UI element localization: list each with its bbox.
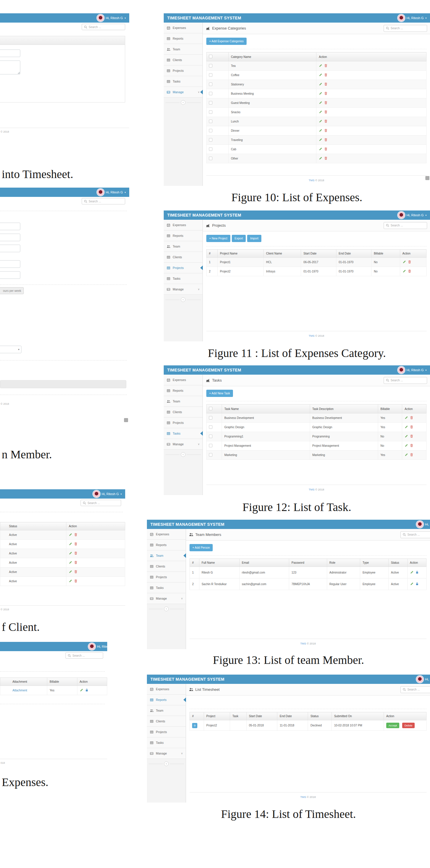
edit-icon[interactable]: [319, 82, 322, 86]
search-box[interactable]: [384, 25, 427, 32]
sidebar-item-reports[interactable]: Reports: [164, 33, 203, 44]
sidebar-item-team[interactable]: Team: [147, 705, 186, 716]
user-menu[interactable]: Hi, Ritesh G▾: [417, 521, 430, 528]
edit-icon[interactable]: [69, 560, 73, 564]
edit-icon[interactable]: [69, 579, 73, 583]
sidebar-item-tasks[interactable]: Tasks: [147, 583, 186, 593]
form-field[interactable]: [0, 260, 20, 268]
search-input[interactable]: [73, 654, 101, 657]
delete-icon[interactable]: [324, 101, 328, 104]
form-select[interactable]: ▾: [0, 346, 22, 353]
toolbar-button[interactable]: + Add New Task: [206, 390, 233, 397]
lock-icon[interactable]: [415, 570, 419, 574]
edit-icon[interactable]: [319, 73, 322, 77]
edit-icon[interactable]: [319, 101, 322, 104]
search-input[interactable]: [391, 379, 425, 382]
delete-icon[interactable]: [410, 443, 413, 447]
search-input[interactable]: [391, 224, 425, 227]
sidebar-item-clients[interactable]: Clients: [164, 252, 203, 262]
sidebar-item-clients[interactable]: Clients: [164, 407, 203, 417]
search-input[interactable]: [89, 200, 123, 203]
accept-button[interactable]: Accept: [386, 723, 399, 728]
search-box[interactable]: [82, 198, 125, 205]
sidebar-collapse-button[interactable]: ‹: [181, 452, 185, 457]
edit-icon[interactable]: [80, 688, 83, 692]
toolbar-button[interactable]: + New Project: [206, 235, 230, 242]
form-textarea[interactable]: [0, 61, 20, 74]
search-box[interactable]: [65, 652, 103, 659]
row-checkbox[interactable]: [209, 73, 212, 77]
select-all-checkbox[interactable]: [209, 55, 212, 58]
search-box[interactable]: [82, 24, 125, 30]
sidebar-item-projects[interactable]: Projects: [147, 727, 186, 737]
delete-icon[interactable]: [324, 119, 328, 123]
sidebar-item-expenses[interactable]: Expenses: [164, 220, 203, 230]
user-menu[interactable]: Hi, Ritesh G▾: [398, 14, 427, 22]
delete-icon[interactable]: [324, 147, 328, 151]
delete-icon[interactable]: [74, 551, 78, 555]
delete-icon[interactable]: [410, 425, 413, 429]
delete-icon[interactable]: [324, 92, 328, 95]
sidebar-item-manage[interactable]: Manage∨: [164, 284, 203, 295]
delete-icon[interactable]: [324, 73, 328, 77]
row-checkbox[interactable]: [209, 157, 212, 160]
form-field[interactable]: [0, 223, 20, 230]
row-checkbox[interactable]: [209, 425, 212, 429]
row-checkbox[interactable]: [209, 120, 212, 123]
edit-icon[interactable]: [319, 110, 322, 114]
search-input[interactable]: [407, 533, 430, 536]
row-checkbox[interactable]: [209, 83, 212, 86]
toolbar-button[interactable]: + Add Expense Categories: [206, 38, 247, 45]
sidebar-item-expenses[interactable]: Expenses: [164, 375, 203, 385]
expand-row-button[interactable]: o: [192, 723, 197, 728]
attachment-link[interactable]: Attachment: [12, 689, 27, 692]
delete-icon[interactable]: [74, 570, 78, 574]
edit-icon[interactable]: [69, 570, 73, 574]
edit-icon[interactable]: [404, 453, 408, 457]
delete-icon[interactable]: [324, 82, 328, 86]
sidebar-item-team[interactable]: Team: [164, 396, 203, 407]
sidebar-item-expenses[interactable]: Expenses: [164, 23, 203, 33]
edit-icon[interactable]: [404, 434, 408, 438]
toolbar-button[interactable]: + Add Person: [190, 544, 213, 551]
sidebar-item-expenses[interactable]: Expenses: [147, 684, 186, 694]
user-menu[interactable]: Hi, Ritesh G ▾: [97, 189, 126, 196]
user-menu[interactable]: Hi, Ritesh G▾: [417, 676, 430, 683]
user-menu[interactable]: Hi, Ritesh G ▾: [93, 491, 122, 497]
delete-icon[interactable]: [74, 533, 78, 536]
delete-icon[interactable]: [410, 434, 413, 438]
form-field[interactable]: [0, 245, 20, 252]
sidebar-item-clients[interactable]: Clients: [147, 561, 186, 572]
sidebar-item-tasks[interactable]: Tasks: [164, 273, 203, 284]
lock-icon[interactable]: [85, 688, 89, 692]
toolbar-button[interactable]: Export: [232, 235, 246, 242]
select-all-checkbox[interactable]: [209, 407, 212, 410]
edit-icon[interactable]: [404, 416, 408, 420]
edit-icon[interactable]: [69, 542, 73, 546]
delete-icon[interactable]: [74, 560, 78, 564]
sidebar-item-reports[interactable]: Reports: [164, 230, 203, 241]
row-checkbox[interactable]: [209, 147, 212, 151]
sidebar-item-projects[interactable]: Projects: [164, 65, 203, 76]
edit-icon[interactable]: [319, 119, 322, 123]
row-checkbox[interactable]: [209, 138, 212, 142]
edit-icon[interactable]: [319, 64, 322, 67]
row-checkbox[interactable]: [209, 101, 212, 104]
sidebar-item-tasks[interactable]: Tasks: [147, 737, 186, 748]
search-box[interactable]: [400, 531, 430, 538]
search-box[interactable]: [81, 500, 121, 506]
sidebar-item-projects[interactable]: Projects: [147, 572, 186, 583]
user-menu[interactable]: Hi, Ritesh G▾: [398, 367, 427, 373]
sidebar-collapse-button[interactable]: ‹: [181, 297, 185, 302]
edit-icon[interactable]: [404, 443, 408, 447]
form-field[interactable]: [0, 271, 20, 279]
delete-icon[interactable]: [324, 129, 328, 132]
delete-button[interactable]: Delete: [402, 723, 414, 728]
sidebar-collapse-button[interactable]: ‹: [164, 607, 169, 611]
delete-icon[interactable]: [408, 260, 411, 264]
delete-icon[interactable]: [324, 64, 328, 67]
row-checkbox[interactable]: [209, 64, 212, 67]
edit-icon[interactable]: [69, 533, 73, 536]
delete-icon[interactable]: [324, 138, 328, 142]
sidebar-item-reports[interactable]: Reports: [147, 694, 186, 705]
